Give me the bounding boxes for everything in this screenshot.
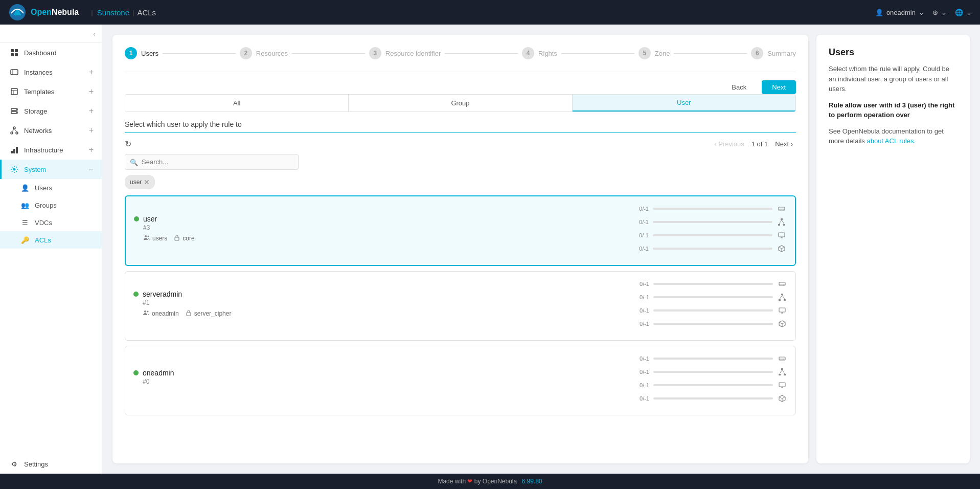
topbar-divider: | bbox=[91, 9, 93, 16]
monitor-icon bbox=[777, 305, 787, 316]
user-card-oneadmin[interactable]: oneadmin #0 0/-1 bbox=[125, 346, 796, 415]
svg-line-17 bbox=[12, 129, 14, 132]
stat-row-3: 0/-1 bbox=[634, 393, 787, 404]
refresh-button[interactable]: ↻ bbox=[125, 139, 131, 149]
settings-icon: ⚙ bbox=[10, 459, 19, 469]
svg-point-28 bbox=[783, 210, 784, 211]
topbar-section-separator: | bbox=[132, 9, 134, 16]
svg-rect-7 bbox=[11, 88, 17, 95]
sidebar-item-networks[interactable]: Networks + bbox=[0, 121, 102, 140]
heart-icon: ❤ bbox=[467, 478, 472, 485]
user-card-serveradmin[interactable]: serveradmin #1 oneadmin bbox=[125, 271, 796, 341]
svg-point-15 bbox=[11, 132, 13, 134]
pagination: ‹ Previous 1 of 1 Next › bbox=[711, 139, 796, 149]
svg-rect-26 bbox=[779, 207, 785, 210]
step-1: 1 Users bbox=[125, 47, 158, 59]
sidebar-item-users[interactable]: 👤 Users bbox=[0, 179, 102, 196]
svg-rect-30 bbox=[778, 224, 780, 226]
sidebar-item-acls[interactable]: 🔑 ACLs bbox=[0, 231, 102, 249]
sidebar-item-label: Storage bbox=[24, 107, 48, 115]
user-id: #1 bbox=[143, 299, 231, 306]
dashboard-icon bbox=[10, 48, 19, 57]
user-auth: core bbox=[183, 235, 194, 242]
sidebar-item-label: Templates bbox=[24, 88, 54, 96]
stat-val: 0/-1 bbox=[634, 321, 649, 327]
user-card-user[interactable]: user #3 users bbox=[125, 195, 796, 266]
stat-val: 0/-1 bbox=[633, 219, 649, 225]
stat-row-3: 0/-1 bbox=[634, 319, 787, 329]
topology-icon bbox=[777, 217, 787, 227]
globe-menu[interactable]: 🌐 ⌄ bbox=[955, 9, 972, 16]
step-2: 2 Resources bbox=[240, 47, 288, 59]
svg-rect-57 bbox=[779, 357, 785, 360]
user-menu[interactable]: 👤 oneadmin ⌄ bbox=[875, 9, 924, 16]
next-button-pagination[interactable]: Next › bbox=[772, 139, 796, 149]
search-input[interactable] bbox=[125, 154, 299, 170]
sidebar-item-templates[interactable]: Templates + bbox=[0, 82, 102, 101]
next-button[interactable]: Next bbox=[762, 80, 796, 94]
sidebar-item-infrastructure[interactable]: Infrastructure + bbox=[0, 140, 102, 160]
sidebar-item-dashboard[interactable]: Dashboard bbox=[0, 43, 102, 62]
sidebar-item-groups[interactable]: 👥 Groups bbox=[0, 196, 102, 214]
expand-icon: + bbox=[89, 87, 94, 96]
monitor-icon bbox=[777, 380, 787, 390]
tab-all[interactable]: All bbox=[125, 95, 349, 112]
tab-user[interactable]: User bbox=[573, 95, 795, 112]
step-3: 3 Resource identifier bbox=[369, 47, 441, 59]
stat-row-1: 0/-1 bbox=[634, 367, 787, 377]
templates-icon bbox=[10, 87, 19, 96]
chevron-down-icon: ⌄ bbox=[966, 9, 972, 16]
expand-icon: + bbox=[89, 106, 94, 116]
topbar: OpenNebula | Sunstone | ACLs 👤 oneadmin … bbox=[0, 0, 980, 25]
topology-icon bbox=[777, 367, 787, 377]
step-label-6: Summary bbox=[767, 50, 796, 57]
right-panel-title: Users bbox=[829, 47, 958, 58]
svg-rect-48 bbox=[784, 299, 786, 301]
sidebar-collapse[interactable]: ‹ bbox=[0, 25, 102, 43]
sidebar-item-settings[interactable]: ⚙ Settings bbox=[0, 454, 102, 474]
online-indicator bbox=[134, 216, 139, 221]
previous-button[interactable]: ‹ Previous bbox=[711, 139, 747, 149]
svg-point-14 bbox=[13, 127, 15, 129]
grid-menu[interactable]: ⊛ ⌄ bbox=[932, 9, 947, 16]
user-stats: 0/-1 0/-1 bbox=[634, 353, 787, 404]
step-circle-1: 1 bbox=[125, 47, 137, 59]
svg-rect-42 bbox=[187, 313, 191, 316]
stat-row-2: 0/-1 bbox=[633, 230, 787, 240]
tag-remove-button[interactable]: ✕ bbox=[144, 179, 150, 186]
svg-point-13 bbox=[16, 112, 17, 113]
svg-point-41 bbox=[147, 310, 149, 312]
tab-group[interactable]: Group bbox=[349, 95, 572, 112]
stat-row-1: 0/-1 bbox=[634, 292, 787, 302]
svg-line-33 bbox=[782, 220, 784, 224]
topbar-page: Sunstone bbox=[97, 8, 129, 17]
step-6: 6 Summary bbox=[751, 47, 796, 59]
stat-row-2: 0/-1 bbox=[634, 380, 787, 390]
back-button[interactable]: Back bbox=[721, 80, 757, 94]
sidebar-item-system[interactable]: System − bbox=[0, 160, 102, 179]
groups-icon: 👥 bbox=[20, 201, 30, 210]
stat-val: 0/-1 bbox=[634, 369, 649, 375]
app-name: OpenNebula bbox=[31, 8, 79, 17]
users-icon bbox=[143, 309, 150, 318]
chevron-left-icon: ‹ bbox=[714, 140, 716, 148]
sidebar-item-instances[interactable]: Instances + bbox=[0, 62, 102, 82]
app-logo: OpenNebula bbox=[8, 3, 79, 21]
collapse-icon: − bbox=[89, 165, 94, 174]
stat-val: 0/-1 bbox=[634, 307, 649, 314]
svg-rect-46 bbox=[781, 294, 783, 295]
user-group: oneadmin bbox=[152, 310, 179, 317]
user-group: users bbox=[152, 235, 167, 242]
sidebar-sub-label: Groups bbox=[35, 202, 57, 209]
step-connector-3 bbox=[445, 53, 518, 54]
sidebar-item-vdcs[interactable]: ☰ VDCs bbox=[0, 214, 102, 231]
sidebar-sub-label: Users bbox=[35, 184, 52, 192]
online-indicator bbox=[133, 292, 139, 297]
chevron-down-icon: ⌄ bbox=[941, 9, 947, 16]
acl-rules-link[interactable]: about ACL rules. bbox=[867, 137, 916, 145]
sidebar-item-storage[interactable]: Storage + bbox=[0, 101, 102, 121]
svg-point-22 bbox=[13, 168, 16, 171]
user-name: serveradmin bbox=[143, 290, 182, 298]
stat-row-0: 0/-1 bbox=[634, 353, 787, 364]
step-circle-6: 6 bbox=[751, 47, 763, 59]
